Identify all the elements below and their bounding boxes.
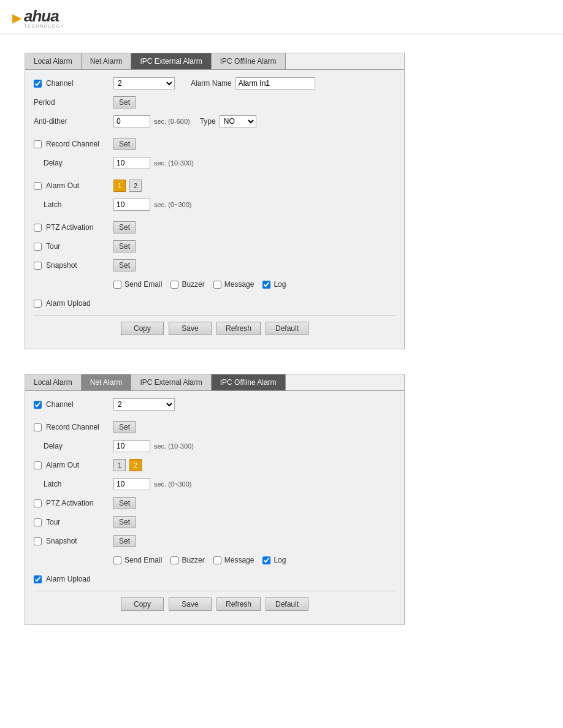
record-channel-set-btn-2[interactable]: Set (113, 421, 136, 433)
refresh-btn-2[interactable]: Refresh (216, 597, 261, 611)
snapshot-control-2: Set (113, 535, 396, 547)
tab-ipc-external-alarm-2[interactable]: IPC External Alarm (131, 374, 211, 390)
tab-local-alarm-2[interactable]: Local Alarm (25, 374, 82, 390)
snapshot-checkbox-1[interactable] (34, 262, 42, 270)
tour-label-1: Tour (34, 242, 113, 251)
record-channel-label-1: Record Channel (34, 140, 113, 148)
save-btn-2[interactable]: Save (169, 597, 212, 611)
send-email-checkbox-2[interactable] (113, 556, 121, 564)
delay-control-1: 10 sec. (10-300) (113, 157, 396, 169)
delay-input-2[interactable]: 10 (113, 440, 150, 452)
alarm-out-label-2: Alarm Out (34, 461, 113, 469)
snapshot-set-btn-2[interactable]: Set (113, 535, 136, 547)
channel-checkbox-2[interactable] (34, 401, 42, 409)
snapshot-checkbox-2[interactable] (34, 537, 42, 545)
alarm-out-label-1: Alarm Out (34, 181, 113, 190)
save-btn-1[interactable]: Save (169, 322, 212, 335)
buzzer-checkbox-2[interactable] (170, 556, 178, 564)
message-checkbox-1[interactable] (213, 281, 221, 289)
channel-label-2: Channel (34, 400, 113, 409)
tour-set-btn-2[interactable]: Set (113, 516, 136, 528)
tour-label-2: Tour (34, 518, 113, 526)
alarm-out-checkbox-2[interactable] (34, 461, 42, 469)
buzzer-item-1: Buzzer (170, 280, 204, 289)
tour-checkbox-2[interactable] (34, 518, 42, 526)
alarm-out-checkbox-1[interactable] (34, 182, 42, 190)
send-email-item-2: Send Email (113, 556, 162, 564)
snapshot-set-btn-1[interactable]: Set (113, 259, 136, 271)
channel-select-1[interactable]: 2 (113, 77, 175, 89)
tab-ipc-offline-alarm-2[interactable]: IPC Offline Alarm (212, 374, 286, 390)
alarm-name-label-1: Alarm Name (191, 79, 232, 88)
refresh-btn-1[interactable]: Refresh (216, 322, 261, 335)
log-checkbox-1[interactable] (262, 281, 270, 289)
send-email-checkbox-1[interactable] (113, 281, 121, 289)
ptz-checkbox-1[interactable] (34, 224, 42, 232)
log-checkbox-2[interactable] (262, 556, 270, 564)
type-label-1: Type (200, 117, 216, 126)
latch-hint-2: sec. (0~300) (154, 480, 191, 488)
alarm-out-btn2-2[interactable]: 2 (129, 459, 142, 471)
alarm-out-btn1-1[interactable]: 1 (113, 180, 126, 192)
antidither-label-1: Anti-dither (34, 117, 113, 126)
channel-row-1: Channel 2 Alarm Name Alarm In1 (34, 76, 396, 91)
tour-row-2: Tour Set (34, 515, 396, 529)
snapshot-row-1: Snapshot Set (34, 258, 396, 273)
alarm-upload-label-1: Alarm Upload (34, 299, 113, 308)
ptz-control-2: Set (113, 497, 396, 509)
tab-net-alarm-2[interactable]: Net Alarm (82, 374, 132, 390)
latch-label-2: Latch (34, 480, 113, 488)
period-row-1: Period Set (34, 95, 396, 110)
alarm-upload-checkbox-1[interactable] (34, 300, 42, 308)
ptz-row-1: PTZ Activation Set (34, 220, 396, 235)
latch-input-2[interactable]: 10 (113, 478, 150, 490)
default-btn-1[interactable]: Default (266, 322, 308, 335)
panel2: Local Alarm Net Alarm IPC External Alarm… (25, 374, 405, 625)
period-set-btn-1[interactable]: Set (113, 96, 136, 108)
alarm-name-input-1[interactable]: Alarm In1 (236, 77, 315, 89)
antidither-row-1: Anti-dither 0 sec. (0-600) Type NO (34, 114, 396, 129)
copy-btn-1[interactable]: Copy (121, 322, 164, 335)
delay-row-2: Delay 10 sec. (10-300) (34, 439, 396, 453)
message-item-1: Message (213, 280, 255, 289)
buzzer-checkbox-1[interactable] (170, 281, 178, 289)
notifications-row-2: Send Email Buzzer Message Log (34, 553, 396, 567)
ptz-set-btn-1[interactable]: Set (113, 221, 136, 233)
tab-net-alarm-1[interactable]: Net Alarm (82, 53, 132, 69)
message-checkbox-2[interactable] (213, 556, 221, 564)
channel-row-2: Channel 2 (34, 397, 396, 412)
copy-btn-2[interactable]: Copy (121, 597, 164, 611)
record-channel-checkbox-2[interactable] (34, 423, 42, 431)
record-channel-set-btn-1[interactable]: Set (113, 138, 136, 150)
delay-input-1[interactable]: 10 (113, 157, 150, 169)
delay-control-2: 10 sec. (10-300) (113, 440, 396, 452)
type-select-1[interactable]: NO (220, 115, 256, 127)
record-channel-checkbox-1[interactable] (34, 140, 42, 148)
logo-arrow-icon: ▶ (12, 10, 21, 25)
tab-local-alarm-1[interactable]: Local Alarm (25, 53, 82, 69)
tour-set-btn-1[interactable]: Set (113, 240, 136, 252)
ptz-checkbox-2[interactable] (34, 499, 42, 507)
tab-ipc-external-alarm-1[interactable]: IPC External Alarm (131, 53, 211, 69)
panel2-btn-bar: Copy Save Refresh Default (34, 591, 396, 616)
alarm-out-btn2-1[interactable]: 2 (129, 180, 142, 192)
delay-label-1: Delay (34, 159, 113, 167)
channel-select-2[interactable]: 2 (113, 398, 175, 411)
alarm-upload-checkbox-2[interactable] (34, 575, 42, 583)
panel1-btn-bar: Copy Save Refresh Default (34, 315, 396, 340)
channel-checkbox-1[interactable] (34, 80, 42, 88)
alarm-out-row-2: Alarm Out 1 2 (34, 458, 396, 472)
latch-input-1[interactable]: 10 (113, 199, 150, 211)
snapshot-control-1: Set (113, 259, 396, 271)
tab-ipc-offline-alarm-1[interactable]: IPC Offline Alarm (212, 53, 286, 69)
default-btn-2[interactable]: Default (266, 597, 308, 611)
log-item-1: Log (262, 280, 286, 289)
alarm-out-btn1-2[interactable]: 1 (113, 459, 126, 471)
antidither-input-1[interactable]: 0 (113, 115, 150, 127)
tour-checkbox-1[interactable] (34, 243, 42, 251)
message-item-2: Message (213, 556, 255, 564)
logo: ▶ ahua TECHNOLOGY (12, 6, 64, 29)
main-content: Local Alarm Net Alarm IPC External Alarm… (0, 34, 563, 643)
ptz-set-btn-2[interactable]: Set (113, 497, 136, 509)
panel1-container: Local Alarm Net Alarm IPC External Alarm… (25, 53, 538, 349)
